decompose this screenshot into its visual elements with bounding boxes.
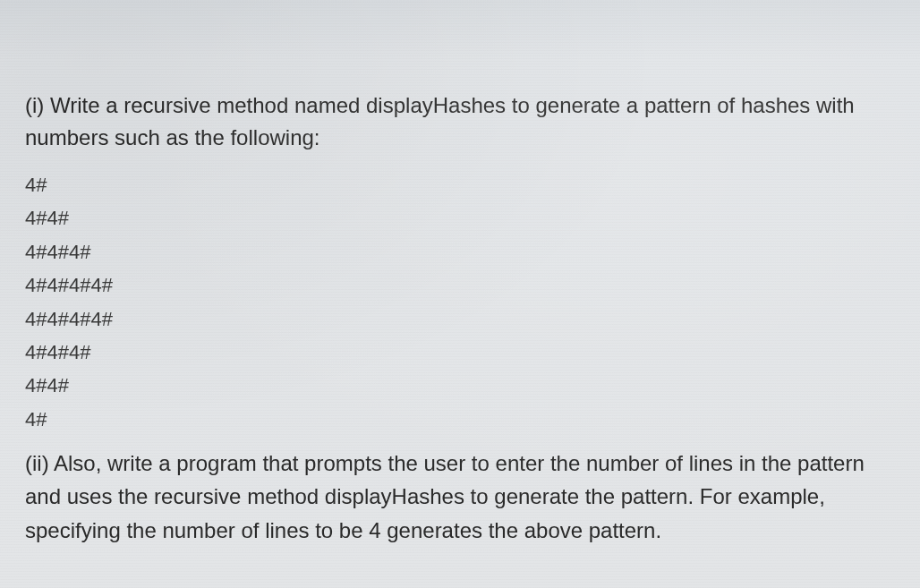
pattern-output-block: 4# 4#4# 4#4#4# 4#4#4#4# 4#4#4#4# 4#4#4# … bbox=[25, 168, 895, 436]
pattern-line: 4#4#4# bbox=[25, 336, 895, 369]
question-part-i: (i) Write a recursive method named displ… bbox=[25, 89, 895, 154]
question-page: (i) Write a recursive method named displ… bbox=[0, 0, 920, 574]
pattern-line: 4# bbox=[25, 403, 895, 436]
pattern-line: 4#4# bbox=[25, 201, 895, 234]
question-part-ii: (ii) Also, write a program that prompts … bbox=[25, 447, 895, 547]
pattern-line: 4# bbox=[25, 168, 895, 201]
pattern-line: 4#4#4#4# bbox=[25, 303, 895, 336]
pattern-line: 4#4#4#4# bbox=[25, 268, 895, 302]
pattern-line: 4#4# bbox=[25, 369, 895, 402]
pattern-line: 4#4#4# bbox=[25, 235, 895, 268]
